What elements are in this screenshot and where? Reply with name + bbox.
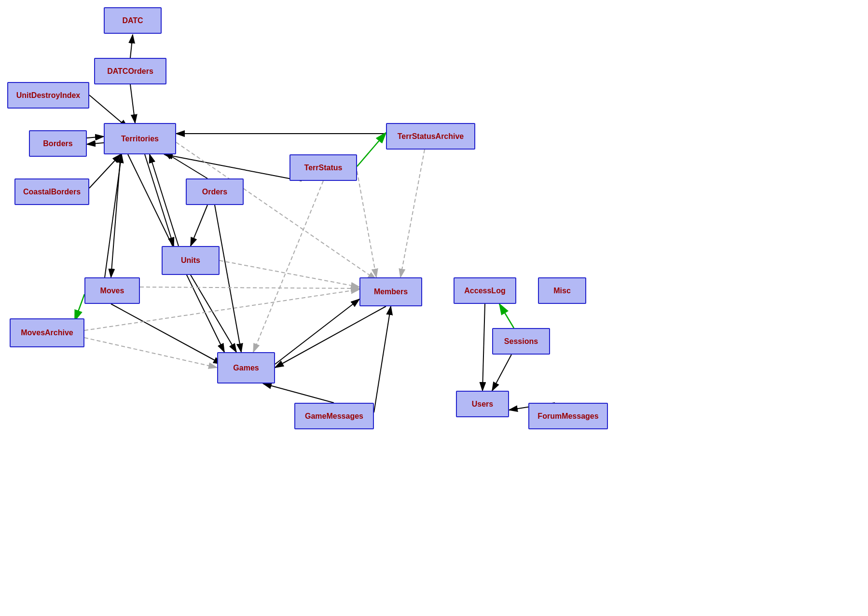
svg-line-37 (140, 287, 359, 288)
svg-line-20 (111, 304, 222, 364)
svg-line-11 (164, 154, 302, 181)
svg-line-25 (275, 306, 386, 368)
node-Members[interactable]: Members (359, 277, 422, 306)
svg-line-10 (357, 133, 386, 166)
svg-line-26 (253, 181, 323, 352)
svg-line-6 (87, 137, 104, 138)
svg-line-14 (150, 154, 179, 246)
node-DATC[interactable]: DATC (104, 7, 162, 34)
svg-line-4 (130, 84, 135, 123)
node-TerrStatusArchive[interactable]: TerrStatusArchive (386, 123, 475, 150)
diagram-container: DATC DATCOrders UnitDestroyIndex Territo… (0, 0, 868, 616)
svg-line-28 (400, 150, 425, 277)
svg-line-18 (191, 275, 236, 352)
svg-line-13 (191, 205, 207, 246)
svg-line-7 (87, 143, 104, 144)
node-ForumMessages[interactable]: ForumMessages (528, 403, 608, 429)
node-Misc[interactable]: Misc (538, 277, 586, 304)
svg-line-31 (374, 306, 391, 412)
node-MovesArchive[interactable]: MovesArchive (10, 318, 84, 347)
svg-line-12 (164, 152, 207, 178)
node-GameMessages[interactable]: GameMessages (294, 403, 374, 429)
node-DATCOrders[interactable]: DATCOrders (94, 58, 166, 84)
node-Users[interactable]: Users (456, 391, 509, 417)
svg-line-21 (104, 154, 122, 285)
node-Sessions[interactable]: Sessions (492, 328, 550, 355)
node-Borders[interactable]: Borders (29, 130, 87, 157)
node-Orders[interactable]: Orders (186, 178, 244, 205)
node-CoastalBorders[interactable]: CoastalBorders (14, 178, 89, 205)
svg-line-16 (111, 154, 121, 277)
svg-line-33 (499, 304, 514, 328)
arrows-svg (0, 0, 868, 616)
node-TerrStatus[interactable]: TerrStatus (289, 154, 357, 181)
svg-line-8 (89, 154, 121, 188)
node-Units[interactable]: Units (162, 246, 220, 275)
svg-line-32 (482, 304, 485, 391)
svg-line-36 (215, 205, 241, 352)
svg-line-22 (75, 294, 84, 321)
svg-line-34 (492, 355, 511, 391)
node-Territories[interactable]: Territories (104, 123, 176, 154)
svg-line-29 (275, 299, 359, 364)
node-Moves[interactable]: Moves (84, 277, 140, 304)
svg-line-23 (84, 338, 217, 368)
svg-line-30 (263, 383, 334, 403)
node-UnitDestroyIndex[interactable]: UnitDestroyIndex (7, 82, 89, 109)
svg-line-27 (357, 171, 376, 277)
node-AccessLog[interactable]: AccessLog (454, 277, 516, 304)
svg-line-3 (130, 35, 133, 58)
svg-line-15 (145, 154, 174, 246)
svg-line-19 (220, 260, 359, 287)
node-Games[interactable]: Games (217, 352, 275, 383)
